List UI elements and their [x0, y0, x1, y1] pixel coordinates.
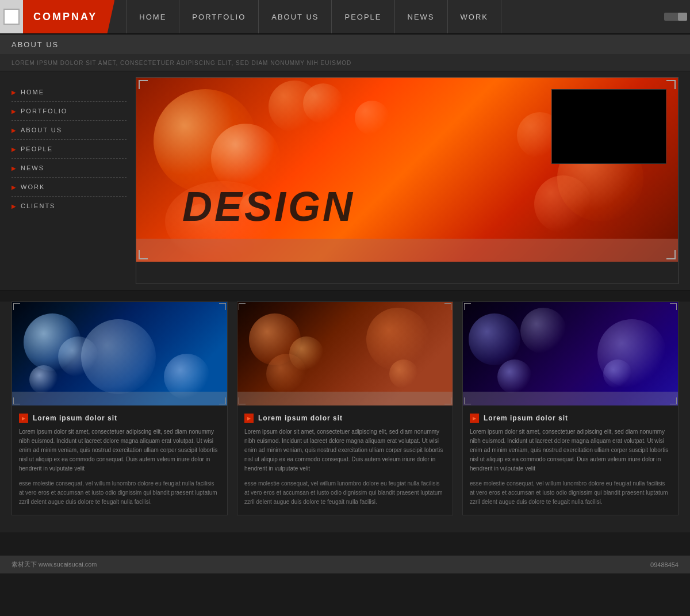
sidebar-label-home: HOME — [21, 89, 44, 95]
subtitle-bar: LOREM IPSUM DOLOR SIT AMET, CONSECTETUER… — [0, 55, 690, 71]
arrow-icon: ▶ — [12, 108, 16, 114]
hero-image: DESIGN — [136, 78, 678, 262]
subtitle-text: LOREM IPSUM DOLOR SIT AMET, CONSECTETUER… — [12, 60, 351, 66]
card-bubble — [389, 359, 418, 388]
corner-tl — [464, 303, 471, 310]
sidebar-label-people: PEOPLE — [21, 146, 53, 152]
logo-text: COMPNAY — [33, 11, 97, 23]
card-body-2: Lorem ipsum dolor sit Lorem ipsum dolor … — [237, 405, 453, 515]
card-bubble — [497, 359, 532, 394]
card-image-3 — [463, 302, 678, 405]
card-text-2: Lorem ipsum dolor sit amet, consectetuer… — [244, 427, 446, 473]
sidebar-item-clients[interactable]: ▶ CLIENTS — [12, 197, 126, 215]
sidebar-item-about[interactable]: ▶ ABOUT US — [12, 121, 126, 140]
cards-section: Lorem ipsum dolor sit Lorem ipsum dolor … — [0, 301, 690, 533]
card-bubble — [266, 354, 306, 394]
nav-item-work[interactable]: WORK — [448, 0, 501, 33]
card-title-2: Lorem ipsum dolor sit — [258, 414, 343, 422]
card-image-2 — [237, 302, 453, 405]
sidebar-label-portfolio: PORTFOLIO — [21, 108, 67, 114]
corner-tl — [13, 303, 20, 310]
corner-tr — [444, 303, 451, 310]
card-2: Lorem ipsum dolor sit Lorem ipsum dolor … — [237, 301, 453, 515]
logo-white-box — [0, 0, 23, 33]
hero-background: DESIGN — [136, 78, 678, 262]
nav-item-about[interactable]: ABOUT US — [259, 0, 332, 33]
header: COMPNAY HOME PORTFOLIO ABOUT US PEOPLE N… — [0, 0, 690, 35]
corner-tr — [670, 303, 677, 310]
card-title-1: Lorem ipsum dolor sit — [33, 414, 117, 422]
nav-item-people[interactable]: PEOPLE — [332, 0, 394, 33]
design-text: DESIGN — [182, 183, 355, 230]
cards-grid: Lorem ipsum dolor sit Lorem ipsum dolor … — [12, 301, 678, 515]
header-scrollbar[interactable] — [664, 13, 687, 21]
watermark-right: 09488454 — [650, 561, 678, 568]
corner-tl — [239, 303, 246, 310]
card-3: Lorem ipsum dolor sit Lorem ipsum dolor … — [462, 301, 678, 515]
card-text-1: Lorem ipsum dolor sit amet, consectetuer… — [19, 427, 220, 473]
logo-red-bg: COMPNAY — [23, 0, 114, 33]
sidebar-label-work: WORK — [21, 183, 45, 190]
card-bubble — [29, 365, 58, 394]
card-strip — [463, 392, 678, 405]
hero-strip — [136, 239, 678, 262]
arrow-icon: ▶ — [12, 127, 16, 133]
arrow-icon: ▶ — [12, 184, 16, 190]
card-text-3: Lorem ipsum dolor sit amet, consectetuer… — [470, 427, 671, 473]
card-strip — [237, 392, 453, 405]
section-divider — [0, 290, 690, 301]
card-strip — [12, 392, 227, 405]
logo-inner-box — [3, 9, 20, 25]
footer — [0, 533, 690, 556]
main-content: ▶ HOME ▶ PORTFOLIO ▶ ABOUT US ▶ PEOPLE ▶… — [0, 71, 690, 290]
card-title-row-3: Lorem ipsum dolor sit — [470, 414, 671, 423]
card-icon-3 — [470, 414, 479, 423]
card-bubble — [469, 313, 520, 365]
about-bar: ABOUT US — [0, 35, 690, 55]
sidebar: ▶ HOME ▶ PORTFOLIO ▶ ABOUT US ▶ PEOPLE ▶… — [12, 77, 126, 284]
card-text2-2: esse molestie consequat, vel willum luno… — [244, 479, 446, 507]
arrow-icon: ▶ — [12, 146, 16, 152]
arrow-icon: ▶ — [12, 203, 16, 209]
card-text2-3: esse molestie consequat, vel willum luno… — [470, 479, 671, 507]
card-title-3: Lorem ipsum dolor sit — [484, 414, 568, 422]
watermark-bar: 素材天下 www.sucaisucai.com 09488454 — [0, 556, 690, 573]
card-bubble — [81, 319, 156, 394]
bubble-4 — [355, 101, 389, 135]
logo-area: COMPNAY — [0, 0, 114, 33]
sidebar-item-home[interactable]: ▶ HOME — [12, 83, 126, 102]
card-body-1: Lorem ipsum dolor sit Lorem ipsum dolor … — [12, 405, 227, 515]
hero-black-box — [551, 89, 666, 164]
sidebar-label-clients: CLIENTS — [21, 202, 55, 209]
card-bubble — [520, 308, 566, 354]
sidebar-label-news: NEWS — [21, 164, 44, 171]
nav-item-news[interactable]: NEWS — [395, 0, 448, 33]
sidebar-item-portfolio[interactable]: ▶ PORTFOLIO — [12, 102, 126, 121]
sidebar-item-work[interactable]: ▶ WORK — [12, 178, 126, 197]
card-1: Lorem ipsum dolor sit Lorem ipsum dolor … — [12, 301, 228, 515]
card-icon-1 — [19, 414, 28, 423]
sidebar-label-about: ABOUT US — [21, 127, 62, 133]
card-text2-1: esse molestie consequat, vel willum luno… — [19, 479, 220, 507]
arrow-icon: ▶ — [12, 89, 16, 95]
sidebar-item-news[interactable]: ▶ NEWS — [12, 159, 126, 178]
main-nav: HOME PORTFOLIO ABOUT US PEOPLE NEWS WORK — [126, 0, 664, 33]
card-image-1 — [12, 302, 227, 405]
corner-tr — [219, 303, 226, 310]
card-title-row-1: Lorem ipsum dolor sit — [19, 414, 220, 423]
card-title-row-2: Lorem ipsum dolor sit — [244, 414, 446, 423]
watermark-left: 素材天下 www.sucaisucai.com — [12, 560, 97, 569]
card-icon-2 — [244, 414, 254, 423]
nav-item-home[interactable]: HOME — [126, 0, 179, 33]
sidebar-item-people[interactable]: ▶ PEOPLE — [12, 140, 126, 159]
bubble-9 — [534, 175, 592, 233]
bubble-6 — [303, 83, 343, 124]
hero-area: DESIGN — [136, 77, 678, 284]
about-bar-title: ABOUT US — [12, 40, 59, 49]
card-body-3: Lorem ipsum dolor sit Lorem ipsum dolor … — [463, 405, 678, 515]
arrow-icon: ▶ — [12, 165, 16, 171]
card-bubble — [603, 359, 632, 388]
nav-item-portfolio[interactable]: PORTFOLIO — [179, 0, 259, 33]
